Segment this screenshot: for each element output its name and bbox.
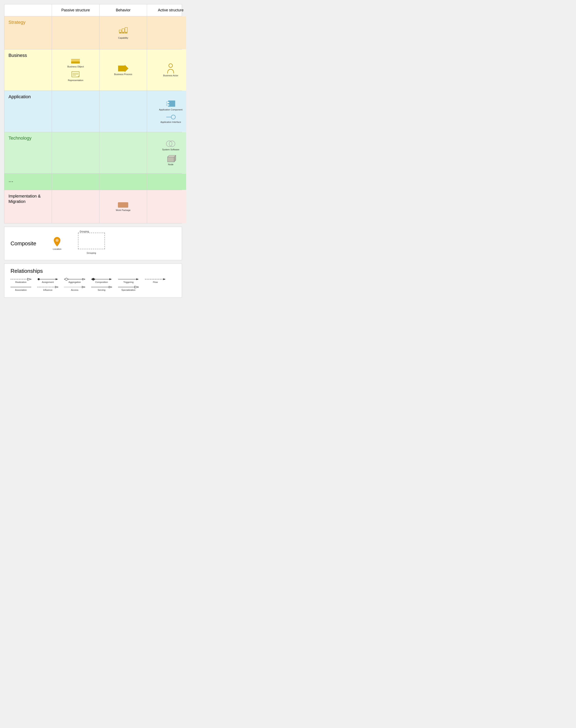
svg-rect-31 <box>118 202 128 208</box>
application-interface-icon <box>166 114 175 120</box>
node-item: Node <box>166 154 175 166</box>
business-actor-label: Business Actor <box>163 74 178 77</box>
business-label: Business <box>4 50 52 91</box>
svg-marker-50 <box>55 286 58 288</box>
header-row: Passive structure Behavior Active struct… <box>4 4 182 16</box>
grouping-box: Grouping <box>78 233 105 249</box>
svg-marker-40 <box>83 279 85 280</box>
assignment-line <box>37 278 58 281</box>
representation-item: Representation <box>68 71 83 82</box>
implementation-behavior: Work Package <box>99 190 147 223</box>
application-behavior <box>99 91 147 132</box>
capability-item: Capability <box>118 27 128 39</box>
technology-passive <box>52 132 99 173</box>
svg-marker-17 <box>118 65 128 72</box>
svg-marker-54 <box>109 286 112 288</box>
svg-rect-4 <box>122 32 124 33</box>
svg-rect-0 <box>119 30 122 32</box>
serving-line <box>91 285 112 289</box>
implementation-row: Implementation & Migration Work Package <box>4 190 182 223</box>
application-component-icon <box>166 100 176 108</box>
technology-row: Technology System Software <box>4 132 182 174</box>
flow-item: Flow <box>145 278 166 283</box>
relationships-row1: Realization Assignment Aggregation <box>10 278 176 283</box>
application-label: Application <box>4 91 52 132</box>
system-software-item: System Software <box>162 140 179 151</box>
relationships-section: Relationships Realization Assignment <box>4 263 182 298</box>
strategy-row: Strategy Capability <box>4 16 182 50</box>
svg-marker-34 <box>28 278 31 280</box>
access-label: Access <box>71 289 78 291</box>
application-component-item: Application Component <box>159 100 183 111</box>
svg-rect-3 <box>119 32 122 33</box>
implementation-label: Implementation & Migration <box>4 190 52 223</box>
implementation-passive <box>52 190 99 223</box>
application-interface-item: Application Interface <box>161 114 181 123</box>
realization-label: Realization <box>15 281 27 283</box>
influence-item: Influence <box>37 285 58 291</box>
specialization-item: Specialization <box>118 285 139 291</box>
grouping-label: Grouping <box>87 252 96 254</box>
svg-rect-1 <box>122 29 124 32</box>
business-object-label: Business Object <box>67 65 84 68</box>
business-passive: Business Object Representation <box>52 50 99 91</box>
application-passive <box>52 91 99 132</box>
node-icon <box>166 154 175 162</box>
aggregation-label: Aggregation <box>68 281 81 283</box>
composition-item: Composition <box>91 278 112 283</box>
strategy-active <box>147 16 186 49</box>
svg-rect-10 <box>71 61 80 63</box>
svg-point-18 <box>169 64 172 67</box>
location-item: Location <box>53 237 61 250</box>
specialization-line <box>118 285 139 289</box>
business-actor-item: Business Actor <box>163 63 178 77</box>
grouping-label-top: Grouping <box>79 230 89 233</box>
serving-item: Serving <box>91 285 112 291</box>
location-icon <box>53 237 61 247</box>
access-line <box>64 285 85 289</box>
application-interface-label: Application Interface <box>161 121 181 123</box>
svg-marker-38 <box>64 278 68 281</box>
composite-section: Composite Location Grouping Grouping <box>4 227 182 260</box>
work-package-item: Work Package <box>116 202 131 211</box>
svg-marker-41 <box>91 278 95 281</box>
strategy-label: Strategy <box>4 16 52 49</box>
svg-marker-52 <box>82 286 85 288</box>
ellipsis-label: ... <box>4 174 52 190</box>
system-software-label: System Software <box>162 148 179 151</box>
application-component-label: Application Component <box>159 108 183 111</box>
ellipsis-passive <box>52 174 99 190</box>
capability-label: Capability <box>118 37 128 39</box>
svg-marker-56 <box>135 286 139 288</box>
svg-rect-5 <box>125 32 127 33</box>
business-process-icon <box>118 65 128 72</box>
access-item: Access <box>64 285 85 291</box>
svg-marker-43 <box>109 279 112 280</box>
realization-line <box>10 278 31 281</box>
business-active: Business Actor <box>147 50 186 91</box>
header-behavior: Behavior <box>99 4 147 16</box>
business-process-label: Business Process <box>114 73 132 76</box>
main-table: Passive structure Behavior Active struct… <box>4 4 182 223</box>
work-package-icon <box>117 202 128 208</box>
svg-point-35 <box>38 278 40 280</box>
svg-rect-2 <box>125 28 127 32</box>
association-line <box>10 285 31 289</box>
ellipsis-active <box>147 174 186 190</box>
svg-rect-22 <box>167 102 169 103</box>
svg-point-32 <box>56 239 59 242</box>
work-package-label: Work Package <box>116 209 131 211</box>
association-item: Association <box>10 285 31 291</box>
triggering-item: Triggering <box>118 278 139 283</box>
specialization-label: Specialization <box>121 289 136 291</box>
strategy-behavior: Capability <box>99 16 147 49</box>
business-process-item: Business Process <box>114 65 132 76</box>
composition-line <box>91 278 112 281</box>
business-row: Business Business Object <box>4 50 182 91</box>
application-row: Application Application Component Appl <box>4 91 182 132</box>
business-object-icon <box>71 59 80 64</box>
flow-label: Flow <box>153 281 157 283</box>
aggregation-line <box>64 278 85 281</box>
header-active: Active structure <box>147 4 186 16</box>
relationships-row2: Association Influence Access Serving <box>10 285 176 291</box>
